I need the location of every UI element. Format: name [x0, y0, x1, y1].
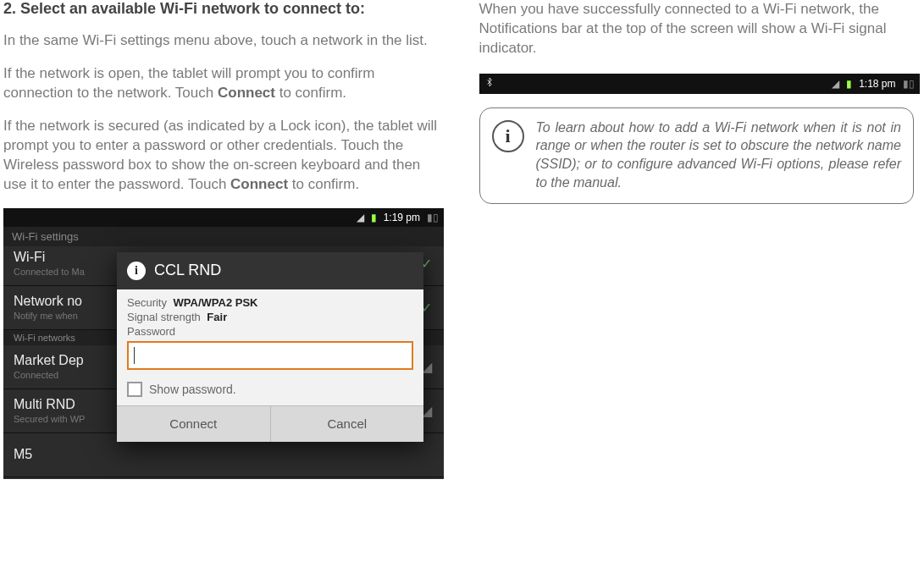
dialog-header: i CCL RND — [117, 252, 423, 289]
info-note: i To learn about how to add a Wi-Fi netw… — [479, 107, 915, 204]
show-password-checkbox[interactable] — [127, 382, 142, 397]
text: to confirm. — [288, 176, 359, 192]
signal-strength-row: Signal strength Fair — [127, 311, 413, 323]
status-time: 1:19 pm — [384, 212, 420, 223]
paragraph: When you have successfully connected to … — [479, 0, 915, 58]
status-time: 1:18 pm — [859, 78, 895, 90]
security-row: Security WPA/WPA2 PSK — [127, 296, 413, 309]
paragraph: If the network is secured (as indicated … — [3, 117, 444, 195]
show-password-row[interactable]: Show password. — [127, 382, 413, 397]
step-header: 2. Select an available Wi-Fi network to … — [3, 0, 444, 18]
security-value: WPA/WPA2 PSK — [174, 296, 258, 309]
bluetooth-icon — [484, 77, 495, 90]
text: If the network is secured (as indicated … — [3, 118, 437, 192]
row-title: M5 — [14, 447, 434, 462]
signal-icon: ▮▯ — [903, 78, 915, 90]
info-icon: i — [492, 120, 524, 152]
paragraph: In the same Wi-Fi settings menu above, t… — [3, 31, 444, 51]
wifi-settings-screenshot: ◢ ▮ 1:19 pm ▮▯ Wi-Fi settings Wi-Fi Conn… — [3, 208, 444, 479]
notification-bar-screenshot: ◢ ▮ 1:18 pm ▮▯ — [479, 74, 920, 94]
wifi-signal-icon: ◢ — [357, 212, 364, 223]
connect-button[interactable]: Connect — [117, 406, 270, 442]
battery-icon: ▮ — [371, 212, 377, 223]
signal-icon: ▮▯ — [427, 212, 439, 223]
signal-strength-value: Fair — [207, 311, 227, 323]
signal-strength-label: Signal strength — [127, 311, 201, 323]
password-label: Password — [127, 325, 413, 338]
info-icon: i — [127, 262, 146, 280]
security-label: Security — [127, 296, 167, 309]
cancel-button[interactable]: Cancel — [270, 406, 424, 442]
battery-icon: ▮ — [846, 78, 852, 90]
status-bar: ◢ ▮ 1:19 pm ▮▯ — [3, 208, 444, 227]
password-input[interactable] — [127, 341, 413, 370]
connect-keyword: Connect — [218, 85, 275, 101]
dialog-title: CCL RND — [154, 262, 221, 279]
show-password-label: Show password. — [149, 383, 236, 396]
paragraph: If the network is open, the tablet will … — [3, 64, 444, 103]
text-cursor — [134, 347, 135, 364]
note-text: To learn about how to add a Wi-Fi networ… — [536, 118, 902, 191]
text: to confirm. — [275, 85, 346, 101]
connect-keyword: Connect — [230, 176, 288, 192]
wifi-signal-icon: ◢ — [832, 78, 839, 90]
wifi-connect-dialog: i CCL RND Security WPA/WPA2 PSK Signal s… — [117, 252, 423, 442]
